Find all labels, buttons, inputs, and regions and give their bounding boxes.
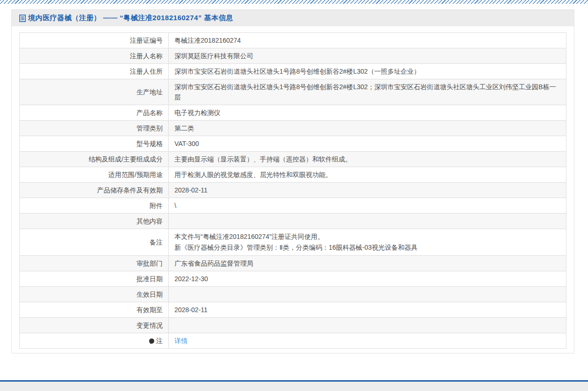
row-label: 结构及组成/主要组成成分 [20,152,169,167]
registration-info-table: 注册证编号粤械注准20182160274注册人名称深圳莫廷医疗科技有限公司注册人… [19,32,566,349]
table-row: 备注本文件与“粤械注准20182160274”注册证共同使用。新《医疗器械分类目… [20,229,566,256]
row-value: VAT-300 [169,136,566,152]
page-footer [0,380,588,391]
row-value: 粤械注准20182160274 [169,33,566,48]
row-label: 产品名称 [20,105,169,121]
row-value: 本文件与“粤械注准20182160274”注册证共同使用。新《医疗器械分类目录》… [169,229,566,256]
row-label: 备注 [20,229,169,256]
card-header: 境内医疗器械（注册） —— “粤械注准20182160274” 基本信息 [12,10,574,26]
row-label: 其他内容 [20,214,169,229]
row-value: 广东省食品药品监督管理局 [169,256,566,271]
row-label: 有效期至 [20,302,169,318]
table-row: 其他内容 [20,214,566,229]
row-value: 用于检测人眼的视觉敏感度、屈光特性和双眼视功能。 [169,167,566,183]
row-label: 批准日期 [20,271,169,287]
row-value [169,214,566,229]
decorative-stripe-bar [0,0,588,4]
row-label: 注册证编号 [20,33,169,48]
row-label: 审批部门 [20,256,169,271]
row-label: 变更情况 [20,318,169,333]
table-row: 注册人名称深圳莫廷医疗科技有限公司 [20,48,566,64]
table-row: 注册人住所深圳市宝安区石岩街道塘头社区塘头1号路8号创维创新谷2#楼L302（一… [20,64,566,79]
card-body: 注册证编号粤械注准20182160274注册人名称深圳莫廷医疗科技有限公司注册人… [12,26,574,353]
row-label: 附件 [20,198,169,214]
row-value: 深圳莫廷医疗科技有限公司 [169,48,566,64]
row-value: 深圳市宝安区石岩街道塘头社区塘头1号路8号创维创新谷2#楼L302（一照多址企业… [169,64,566,79]
table-row: 有效期至2028-02-11 [20,302,566,318]
row-label: 注册人住所 [20,64,169,79]
table-row: 产品储存条件及有效期2028-02-11 [20,183,566,198]
detail-link[interactable]: 详情 [174,337,188,345]
row-label: 产品储存条件及有效期 [20,183,169,198]
row-label: 管理类别 [20,121,169,136]
row-value: 深圳市宝安区石岩街道塘头社区塘头1号路8号创维创新谷2#楼L302；深圳市宝安区… [169,79,566,105]
row-value: 2028-02-11 [169,302,566,318]
row-label: 注 [20,333,169,349]
row-value [169,287,566,302]
row-label: 生效日期 [20,287,169,302]
table-row: 批准日期2022-12-30 [20,271,566,287]
row-label: 适用范围/预期用途 [20,167,169,183]
table-row: 生产地址深圳市宝安区石岩街道塘头社区塘头1号路8号创维创新谷2#楼L302；深圳… [20,79,566,105]
table-row: 审批部门广东省食品药品监督管理局 [20,256,566,271]
info-table-body: 注册证编号粤械注准20182160274注册人名称深圳莫廷医疗科技有限公司注册人… [20,33,566,349]
row-value: 主要由显示端（显示装置）、手持端（遥控器）和软件组成。 [169,152,566,167]
table-row: 型号规格VAT-300 [20,136,566,152]
table-row: 附件\ [20,198,566,214]
table-row: 生效日期 [20,287,566,302]
row-value: 详情 [169,333,566,349]
registration-info-card: 境内医疗器械（注册） —— “粤械注准20182160274” 基本信息 注册证… [11,9,574,353]
note-icon [149,338,154,344]
table-row: 管理类别第二类 [20,121,566,136]
table-row: 注册证编号粤械注准20182160274 [20,33,566,48]
row-value [169,318,566,333]
value-line: 新《医疗器械分类目录》管理类别：Ⅱ类，分类编码：16眼科器械-03视光设备和器具 [174,242,560,253]
row-value: 2028-02-11 [169,183,566,198]
table-row: 结构及组成/主要组成成分主要由显示端（显示装置）、手持端（遥控器）和软件组成。 [20,152,566,167]
table-row: 适用范围/预期用途用于检测人眼的视觉敏感度、屈光特性和双眼视功能。 [20,167,566,183]
table-row: 产品名称电子视力检测仪 [20,105,566,121]
row-label: 生产地址 [20,79,169,105]
page-title: 境内医疗器械（注册） —— “粤械注准20182160274” 基本信息 [28,14,233,23]
value-line: 本文件与“粤械注准20182160274”注册证共同使用。 [174,231,560,242]
row-label: 注册人名称 [20,48,169,64]
row-value: 电子视力检测仪 [169,105,566,121]
row-value: 第二类 [169,121,566,136]
row-value: 2022-12-30 [169,271,566,287]
table-row: 注详情 [20,333,566,349]
document-icon [19,15,26,22]
row-value: \ [169,198,566,214]
table-row: 变更情况 [20,318,566,333]
row-label: 型号规格 [20,136,169,152]
